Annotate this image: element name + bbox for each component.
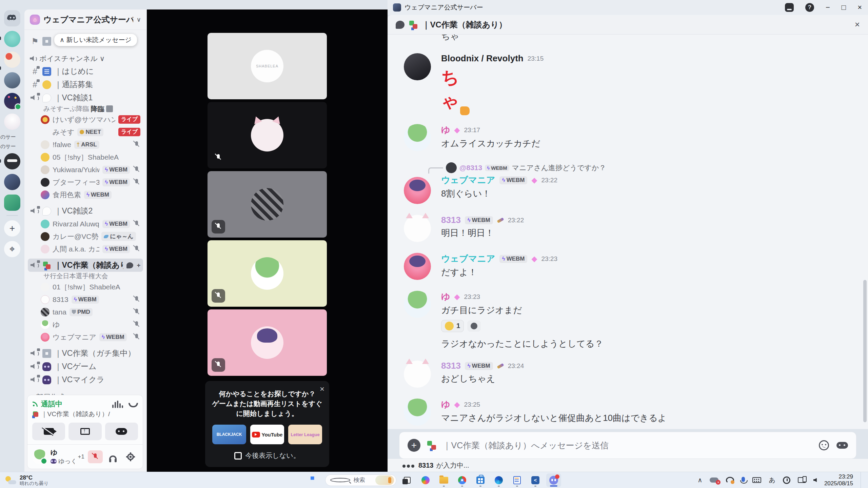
voice-member[interactable]: ゆ	[28, 318, 143, 331]
add-server-button[interactable]: +	[4, 220, 20, 237]
channel-vc-game[interactable]: ｜VCゲーム	[28, 360, 143, 373]
invite-member-icon[interactable]: +	[137, 262, 140, 269]
mic-tray-icon[interactable]	[742, 477, 745, 482]
activity-button[interactable]	[105, 423, 138, 440]
sticker[interactable]: ちゃ	[441, 66, 472, 113]
onedrive-error-icon[interactable]	[710, 477, 718, 483]
video-tile-webmania[interactable]	[208, 309, 327, 376]
voice-member[interactable]: ウェブマニアϟWEBM	[28, 331, 143, 343]
server-icon-sunglasses[interactable]	[4, 153, 20, 169]
message-input[interactable]: + ｜VC作業（雑談あり）へメッセージを送信	[399, 432, 856, 459]
video-tile-tana[interactable]	[208, 171, 327, 238]
channel-hajimeni[interactable]: # ｜はじめに	[28, 65, 143, 78]
close-button[interactable]: ×	[857, 3, 862, 12]
voice-member[interactable]: 01［!shw］ShabeleA	[28, 281, 143, 293]
avatar[interactable]	[404, 124, 431, 151]
dont-show-again-checkbox[interactable]	[234, 452, 242, 460]
voice-activity-icon[interactable]	[112, 401, 123, 408]
discord-home-button[interactable]	[4, 10, 20, 26]
microsoft-store-button[interactable]	[473, 473, 488, 487]
activity-letter-league[interactable]: Letter League	[288, 425, 322, 444]
edge-button[interactable]	[491, 473, 506, 487]
ime-mode-indicator[interactable]: あ	[769, 476, 775, 485]
show-desktop-sliver[interactable]	[861, 472, 863, 488]
voice-member[interactable]: カレー@VC勢にゃ～ん	[28, 230, 143, 243]
app-install-icon[interactable]	[785, 3, 794, 12]
server-icon-teal-monster[interactable]	[4, 31, 20, 47]
tray-clock[interactable]: 23:29 2025/08/15	[824, 473, 853, 487]
reaction-grin[interactable]: 1	[441, 320, 464, 332]
author-name[interactable]: ウェブマニア	[441, 253, 495, 265]
server-icon-photo-person[interactable]	[4, 72, 20, 88]
video-tile-8313[interactable]	[208, 102, 327, 168]
reply-context[interactable]: @8313 ϟWEBM マニアさん進捗どうですか？	[428, 162, 848, 174]
author-name[interactable]: ゆ	[441, 291, 450, 303]
camera-button[interactable]	[32, 423, 65, 440]
server-icon-night-photo[interactable]	[4, 174, 20, 190]
server-icon-k-art[interactable]	[4, 52, 20, 68]
close-chat-icon[interactable]: ×	[855, 19, 860, 30]
screenshare-button[interactable]	[68, 423, 101, 440]
voice-member[interactable]: 05［!shy］ShabeleA	[28, 151, 143, 163]
avatar[interactable]	[404, 53, 431, 80]
tray-expand-icon[interactable]: ∧	[698, 476, 703, 484]
voice-member[interactable]: Yukiwara/YukiwaraϟWEBM	[28, 163, 143, 176]
close-icon[interactable]: ×	[320, 384, 324, 394]
voice-member[interactable]: ブターフィー3世ϟWEBM	[28, 176, 143, 188]
activity-blackjack[interactable]: BLACKJACK	[212, 425, 246, 444]
channel-tsuwabosyu[interactable]: # ｜通話募集	[28, 78, 143, 91]
taskbar-search[interactable]: 検索	[325, 474, 396, 486]
voice-member[interactable]: 人間 a.k.a. カニたまϟWEBM	[28, 243, 143, 255]
channel-vc-sagyou-gachi[interactable]: ｜VC作業（ガチ集中）	[28, 347, 143, 360]
add-reaction-button[interactable]	[467, 320, 481, 332]
voice-member[interactable]: みそすNEETライブ	[28, 126, 143, 138]
server-icon-pixel-green[interactable]	[4, 195, 20, 211]
author-name[interactable]: 8313	[441, 361, 461, 371]
voice-member[interactable]: けいず@サツマハンライブ	[28, 113, 143, 126]
maximize-button[interactable]: □	[842, 3, 846, 12]
voice-channel-path[interactable]: ｜VC作業（雑談あり）/ ウェブマニア公式サ...	[32, 410, 112, 419]
window-titlebar[interactable]: ウェブマニア公式サーバー ? − □ ×	[388, 0, 868, 15]
touch-keyboard-icon[interactable]	[752, 477, 761, 483]
explore-servers-button[interactable]: ⌖	[4, 241, 20, 257]
settings-button[interactable]	[123, 450, 138, 463]
chat-scrollbar[interactable]	[863, 280, 867, 422]
video-tile-yu[interactable]	[208, 240, 327, 307]
avatar[interactable]	[404, 215, 431, 242]
video-tile-shabelea[interactable]: SHABELEA	[208, 33, 327, 99]
author-name[interactable]: 8313	[441, 215, 461, 225]
copilot-button[interactable]	[418, 473, 433, 487]
activity-youtube[interactable]: YouTube	[250, 425, 284, 444]
start-button[interactable]	[307, 473, 322, 487]
avatar[interactable]	[404, 399, 431, 426]
avatar[interactable]	[404, 291, 431, 318]
disconnect-call-icon[interactable]	[129, 403, 138, 407]
author-name[interactable]: ゆ	[441, 124, 450, 136]
gif-activity-icon[interactable]	[836, 442, 848, 449]
user-info[interactable]: ゆ ゆっくりMovieMaker v4.43.1.0をプ...	[51, 448, 75, 465]
chrome-button[interactable]	[455, 473, 470, 487]
author-name[interactable]: ゆ	[441, 399, 450, 410]
discord-taskbar-button[interactable]	[546, 473, 561, 487]
new-unread-pill[interactable]: ∧ 新しい未読メッセージ	[54, 34, 137, 46]
channel-vc-micra[interactable]: ｜VCマイクラ	[28, 373, 143, 386]
notes-app-button[interactable]	[510, 473, 525, 487]
author-name[interactable]: Bloodnix / Revolyth	[441, 53, 524, 64]
taskbar-weather-widget[interactable]: 28°C晴れのち曇り	[0, 472, 54, 488]
avatar[interactable]	[404, 253, 431, 280]
avatar[interactable]	[404, 177, 431, 204]
attach-plus-icon[interactable]: +	[408, 439, 420, 452]
category-voice-channels[interactable]: ボイスチャンネル ∨	[28, 53, 143, 65]
task-view-button[interactable]	[400, 473, 415, 487]
channel-vc-sagyou-zatsudan[interactable]: ｜VC作業（雑談あり） +	[28, 259, 143, 272]
voice-member[interactable]: Rivarzal AluwqimϟWEBM	[28, 218, 143, 230]
update-sync-icon[interactable]	[726, 477, 734, 484]
help-icon[interactable]: ?	[805, 3, 814, 12]
avatar[interactable]	[404, 361, 431, 388]
voice-member[interactable]: 食用色素ϟWEBM	[28, 188, 143, 201]
server-header[interactable]: ⌂ ウェブマニア公式サーバー ∨	[24, 9, 146, 30]
emoji-picker-icon[interactable]	[819, 440, 829, 450]
channel-vc-zatsudan1[interactable]: ｜VC雑談1	[28, 91, 143, 104]
voice-member[interactable]: 8313ϟWEBM	[28, 293, 143, 306]
user-avatar[interactable]	[32, 449, 47, 464]
